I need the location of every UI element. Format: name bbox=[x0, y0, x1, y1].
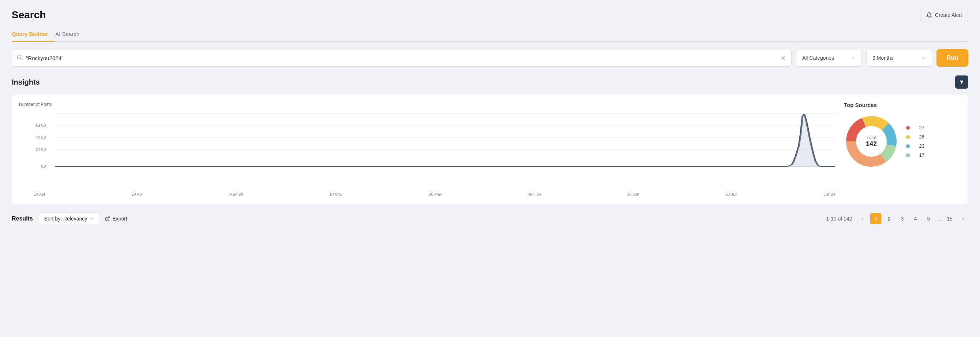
clear-search-icon[interactable]: ✕ bbox=[779, 53, 787, 63]
tabs-bar: Query Builder AI Search bbox=[12, 27, 968, 42]
donut-total-num: 142 bbox=[866, 140, 877, 148]
x-label-4: 20 May bbox=[429, 192, 442, 196]
page-button-3[interactable]: 3 bbox=[897, 213, 908, 224]
categories-label: All Categories bbox=[802, 55, 834, 61]
sort-label: Sort by: Relevancy bbox=[44, 216, 88, 222]
legend-item-3: 17 bbox=[906, 152, 924, 158]
top-sources-title: Top Sources bbox=[844, 102, 961, 108]
svg-point-0 bbox=[17, 55, 21, 59]
create-alert-label: Create Alert bbox=[935, 12, 962, 18]
page-button-last[interactable]: 15 bbox=[944, 213, 955, 224]
export-button[interactable]: Export bbox=[105, 216, 127, 222]
y-axis-label: Number of Posts bbox=[19, 102, 835, 107]
create-alert-button[interactable]: Create Alert bbox=[920, 9, 968, 21]
time-range-label: 3 Months bbox=[872, 55, 894, 61]
results-row: Results Sort by: Relevancy Export 1-10 o… bbox=[12, 212, 968, 225]
legend-item-1: 26 bbox=[906, 134, 924, 140]
line-chart: 0 20 40 60 bbox=[19, 110, 835, 190]
x-label-8: Jul '24 bbox=[824, 192, 835, 196]
chevron-left-icon bbox=[861, 217, 865, 221]
search-icon bbox=[16, 54, 22, 62]
next-page-button[interactable] bbox=[957, 213, 968, 224]
legend-dot-0 bbox=[906, 126, 910, 130]
collapse-insights-button[interactable]: ▼ bbox=[955, 75, 968, 89]
sort-dropdown[interactable]: Sort by: Relevancy bbox=[39, 212, 100, 225]
insights-body: Number of Posts 0 20 40 60 bbox=[12, 94, 968, 204]
legend-dot-2 bbox=[906, 144, 910, 148]
x-label-7: 20 Jun bbox=[725, 192, 737, 196]
search-input-wrapper: ✕ bbox=[12, 49, 792, 67]
svg-text:20: 20 bbox=[35, 147, 46, 152]
chevron-down-icon-2 bbox=[921, 56, 926, 60]
pagination-info: 1-10 of 142 bbox=[826, 216, 852, 222]
x-label-6: 10 Jun bbox=[627, 192, 639, 196]
legend-count-1: 26 bbox=[916, 134, 924, 140]
chevron-right-icon bbox=[961, 217, 965, 221]
alert-icon bbox=[926, 12, 932, 18]
export-label: Export bbox=[112, 216, 127, 222]
legend-item-2: 23 bbox=[906, 143, 924, 149]
page-title: Search bbox=[12, 9, 46, 21]
svg-marker-12 bbox=[55, 114, 835, 167]
sources-inner: Total 142 27 26 23 bbox=[844, 114, 961, 169]
svg-text:0: 0 bbox=[41, 164, 46, 168]
svg-line-19 bbox=[107, 217, 110, 219]
chevron-down-icon bbox=[851, 56, 856, 60]
legend-dot-1 bbox=[906, 135, 910, 139]
x-label-5: Jun '24 bbox=[528, 192, 541, 196]
collapse-icon: ▼ bbox=[959, 79, 965, 85]
page-header: Search Create Alert bbox=[12, 9, 968, 21]
chart-area: Number of Posts 0 20 40 60 bbox=[19, 102, 835, 196]
legend-dot-3 bbox=[906, 153, 910, 157]
categories-dropdown[interactable]: All Categories bbox=[796, 49, 862, 67]
page-button-4[interactable]: 4 bbox=[910, 213, 921, 224]
page-button-1[interactable]: 1 bbox=[870, 213, 881, 224]
chart-svg: 0 20 40 60 bbox=[19, 110, 835, 183]
pagination: 1-10 of 142 1 2 3 4 5 ... 15 bbox=[826, 213, 968, 224]
legend-count-3: 17 bbox=[916, 152, 924, 158]
insights-title: Insights bbox=[12, 78, 40, 86]
donut-center: Total 142 bbox=[866, 135, 877, 148]
svg-text:40: 40 bbox=[35, 135, 46, 140]
x-label-3: 10 May bbox=[329, 192, 342, 196]
svg-line-1 bbox=[21, 58, 22, 59]
search-input[interactable] bbox=[26, 55, 779, 61]
top-sources-panel: Top Sources Total 142 bbox=[844, 102, 961, 196]
source-legend: 27 26 23 17 bbox=[906, 125, 924, 158]
tab-ai-search[interactable]: AI Search bbox=[55, 27, 87, 42]
x-label-1: 20 Apr bbox=[131, 192, 143, 196]
prev-page-button[interactable] bbox=[857, 213, 868, 224]
results-label: Results bbox=[12, 216, 33, 222]
svg-text:60: 60 bbox=[35, 123, 46, 128]
x-axis-labels: 10 Apr 20 Apr May '24 10 May 20 May Jun … bbox=[19, 190, 835, 196]
legend-item-0: 27 bbox=[906, 125, 924, 130]
time-range-dropdown[interactable]: 3 Months bbox=[866, 49, 932, 67]
tab-query-builder[interactable]: Query Builder bbox=[12, 27, 55, 42]
sort-chevron-icon bbox=[89, 217, 94, 221]
export-icon bbox=[105, 216, 110, 221]
x-label-0: 10 Apr bbox=[33, 192, 45, 196]
legend-count-0: 27 bbox=[916, 125, 924, 130]
page-button-5[interactable]: 5 bbox=[923, 213, 934, 224]
search-row: ✕ All Categories 3 Months Run bbox=[12, 49, 968, 67]
run-button[interactable]: Run bbox=[937, 49, 968, 67]
insights-header: Insights ▼ bbox=[12, 75, 968, 89]
x-label-2: May '24 bbox=[229, 192, 243, 196]
donut-chart: Total 142 bbox=[844, 114, 899, 169]
page-button-2[interactable]: 2 bbox=[883, 213, 894, 224]
legend-count-2: 23 bbox=[916, 143, 924, 149]
donut-total-label: Total bbox=[866, 135, 877, 140]
pagination-ellipsis: ... bbox=[936, 216, 942, 222]
